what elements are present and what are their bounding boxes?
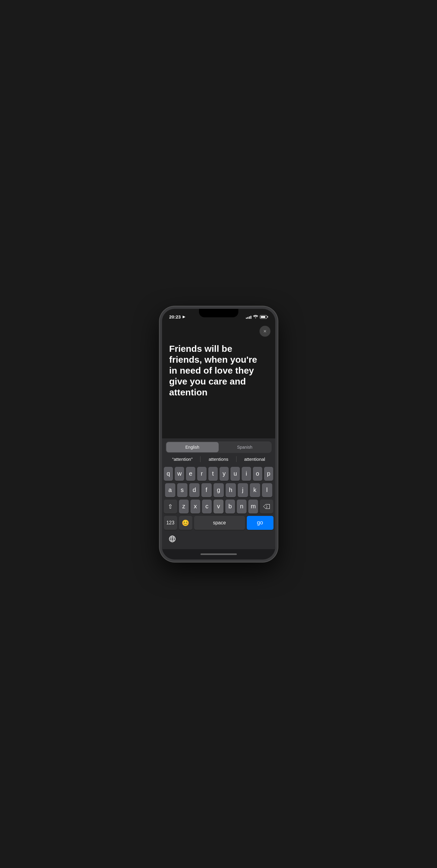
shift-icon: ⇧ [168, 503, 173, 510]
english-tab[interactable]: English [166, 442, 219, 452]
signal-bar-1 [246, 318, 247, 319]
status-icons [246, 315, 268, 319]
space-label: space [213, 520, 226, 526]
battery-icon [260, 315, 268, 319]
key-d[interactable]: d [189, 483, 199, 497]
globe-row [162, 531, 275, 546]
go-key[interactable]: go [247, 516, 274, 530]
status-time: 20:23 ▶ [169, 314, 185, 319]
key-h[interactable]: h [226, 483, 236, 497]
key-k[interactable]: k [250, 483, 260, 497]
lyrics-text: Friends will be friends, when you're in … [169, 328, 268, 398]
signal-bars [246, 315, 251, 319]
autocomplete-item-2[interactable]: attentional [237, 454, 273, 464]
globe-icon-wrap[interactable] [166, 532, 179, 546]
go-label: go [257, 520, 263, 526]
keyboard-row-3: ⇧ z x c v b n m [162, 498, 275, 515]
key-t[interactable]: t [208, 467, 218, 481]
keyboard-row-bottom: 123 😊 space go [162, 515, 275, 531]
key-q[interactable]: q [164, 467, 173, 481]
globe-icon [169, 535, 176, 542]
keyboard-row-2: a s d f g h j k l [162, 482, 275, 498]
emoji-icon: 😊 [182, 519, 189, 526]
spanish-tab[interactable]: Spanish [219, 442, 271, 452]
key-z[interactable]: z [179, 500, 189, 514]
key-i[interactable]: i [242, 467, 251, 481]
signal-bar-3 [249, 316, 250, 319]
key-x[interactable]: x [190, 500, 200, 514]
main-content: ✕ Friends will be friends, when you're i… [162, 322, 275, 559]
keyboard-area: English Spanish “attention” attentions a… [162, 438, 275, 549]
key-e[interactable]: e [186, 467, 195, 481]
key-r[interactable]: r [197, 467, 207, 481]
space-key[interactable]: space [194, 516, 245, 530]
num-label: 123 [166, 520, 175, 526]
home-indicator [162, 549, 275, 559]
key-m[interactable]: m [248, 500, 258, 514]
key-v[interactable]: v [214, 500, 223, 514]
key-j[interactable]: j [238, 483, 248, 497]
key-l[interactable]: l [262, 483, 272, 497]
autocomplete-item-1[interactable]: attentions [200, 454, 237, 464]
key-c[interactable]: c [202, 500, 212, 514]
notch [199, 309, 238, 317]
key-a[interactable]: a [165, 483, 175, 497]
key-g[interactable]: g [214, 483, 224, 497]
autocomplete-row: “attention” attentions attentional [162, 453, 275, 466]
num-key[interactable]: 123 [164, 516, 177, 530]
close-button[interactable]: ✕ [259, 326, 271, 337]
phone-frame: 20:23 ▶ [160, 306, 278, 562]
phone-inner: 20:23 ▶ [162, 309, 275, 559]
key-u[interactable]: u [230, 467, 240, 481]
delete-icon [263, 504, 270, 509]
key-w[interactable]: w [175, 467, 184, 481]
key-f[interactable]: f [201, 483, 212, 497]
delete-key[interactable] [260, 500, 273, 514]
language-switcher: English Spanish [166, 441, 272, 453]
keyboard-row-1: q w e r t y u i o p [162, 466, 275, 482]
key-o[interactable]: o [253, 467, 262, 481]
key-y[interactable]: y [220, 467, 229, 481]
key-b[interactable]: b [225, 500, 235, 514]
key-p[interactable]: p [264, 467, 274, 481]
key-s[interactable]: s [177, 483, 187, 497]
home-bar [200, 553, 237, 555]
time-display: 20:23 [169, 314, 181, 319]
key-n[interactable]: n [237, 500, 247, 514]
close-icon: ✕ [263, 329, 267, 333]
content-area: ✕ Friends will be friends, when you're i… [162, 322, 275, 438]
emoji-key[interactable]: 😊 [179, 516, 192, 530]
signal-bar-2 [247, 317, 248, 319]
signal-bar-4 [250, 316, 251, 319]
autocomplete-item-0[interactable]: “attention” [164, 454, 200, 464]
wifi-icon [253, 315, 258, 319]
location-icon: ▶ [183, 315, 185, 319]
shift-key[interactable]: ⇧ [164, 500, 177, 514]
